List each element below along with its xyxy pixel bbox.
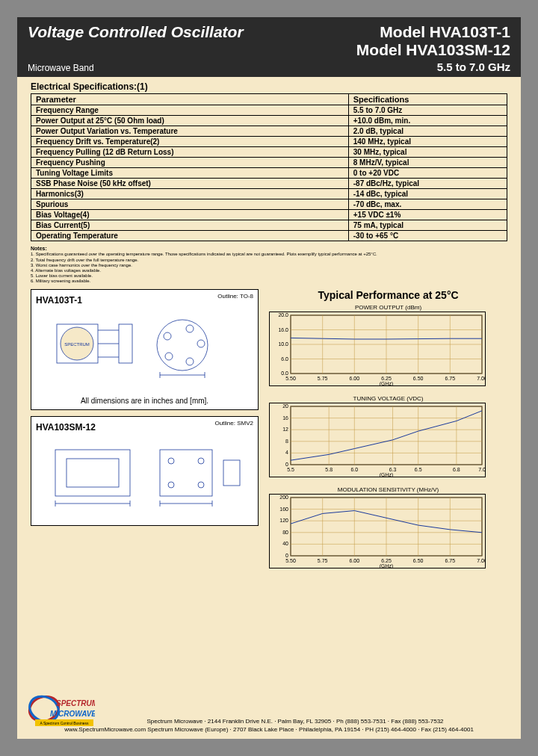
outline-drawing-1: SPECTRUM [40,308,250,394]
notes-title: Notes: [31,246,47,251]
param-cell: Bias Current(5) [31,220,349,231]
product-title: Voltage Controlled Oscillator [28,23,244,40]
spec-cell: 0 to +20 VDC [348,168,507,179]
param-cell: Operating Temperature [31,231,349,241]
svg-text:10.0: 10.0 [278,341,288,347]
svg-text:6.8: 6.8 [453,467,460,472]
outline-1-label: HVA103T-1 [36,295,82,306]
svg-point-9 [186,325,194,332]
param-cell: Power Output at 25°C (50 Ohm load) [31,116,349,126]
spec-cell: -87 dBc/Hz, typical [348,179,507,189]
table-row: Frequency Pulling (12 dB Return Loss)30 … [31,147,507,158]
note-item: 2. Total frequency drift over the full t… [31,258,507,263]
note-item: 6. Military screening available. [31,279,507,284]
svg-text:4: 4 [285,450,288,455]
datasheet-page: Voltage Controlled Oscillator Model HVA1… [17,17,521,739]
svg-text:(GHz): (GHz) [380,381,394,386]
svg-text:0.0: 0.0 [281,371,288,376]
param-cell: Frequency Drift vs. Temperature(2) [31,137,349,147]
svg-text:12: 12 [282,427,288,432]
svg-point-8 [164,332,171,340]
svg-text:6.5: 6.5 [415,467,422,472]
col-specifications: Specifications [348,94,507,105]
svg-text:16: 16 [282,415,288,420]
note-item: 3. Worst case harmonics over the frequen… [31,263,507,268]
svg-point-10 [197,340,205,347]
table-row: SSB Phase Noise (50 kHz offset)-87 dBc/H… [31,179,507,189]
svg-text:7.0: 7.0 [478,467,486,472]
param-cell: Frequency Range [31,105,349,116]
svg-text:5.50: 5.50 [285,376,296,381]
param-cell: Tuning Voltage Limits [31,168,349,179]
svg-text:40: 40 [282,541,288,546]
param-cell: Frequency Pulling (12 dB Return Loss) [31,147,349,158]
table-row: Power Output Variation vs. Temperature2.… [31,126,507,137]
svg-text:120: 120 [279,518,288,523]
svg-text:80: 80 [282,529,288,534]
svg-text:5.8: 5.8 [325,467,333,472]
svg-text:0: 0 [285,553,288,558]
param-cell: Harmonics(3) [31,189,349,199]
svg-text:6.00: 6.00 [350,558,360,563]
svg-text:160: 160 [279,506,288,511]
chart: 0481216205.55.86.06.36.56.87.0(GHz) [269,403,486,477]
svg-text:16.0: 16.0 [278,326,288,332]
svg-rect-29 [223,460,240,486]
svg-text:SPECTRUM: SPECTRUM [56,699,95,707]
svg-point-11 [186,358,194,365]
svg-text:0: 0 [285,462,288,467]
header-bar: Voltage Controlled Oscillator Model HVA1… [17,17,521,77]
svg-rect-17 [67,459,119,487]
svg-text:6.00: 6.00 [350,376,360,381]
section-electrical: Electrical Specifications:(1) [31,81,507,92]
svg-text:6.3: 6.3 [389,467,397,472]
svg-rect-21 [160,450,212,496]
chart: 0.06.010.016.020.05.505.756.006.256.506.… [269,312,486,386]
svg-text:20: 20 [282,403,288,409]
param-cell: SSB Phase Noise (50 kHz offset) [31,179,349,189]
footer-line-1: Spectrum Microwave · 2144 Franklin Drive… [17,718,521,725]
outline-2-type: Outline: SMV2 [214,420,253,427]
freq-range: 5.5 to 7.0 GHz [437,61,510,73]
table-row: Frequency Drift vs. Temperature(2)140 MH… [31,137,507,147]
svg-text:6.0: 6.0 [281,356,288,361]
spec-cell: 75 mA, typical [348,220,507,231]
svg-text:6.0: 6.0 [350,467,358,472]
svg-point-12 [165,353,173,360]
table-row: Tuning Voltage Limits0 to +20 VDC [31,168,507,179]
outline-box-1: HVA103T-1 Outline: TO-8 SPECTRUM [31,289,259,410]
notes-block: Notes: 1. Specifications guaranteed over… [31,246,507,285]
chart: 040801201602005.505.756.006.256.506.757.… [269,494,486,568]
svg-text:5.75: 5.75 [318,558,328,563]
svg-point-24 [168,482,174,488]
svg-text:6.50: 6.50 [413,558,424,563]
table-row: Power Output at 25°C (50 Ohm load)+10.0 … [31,116,507,126]
svg-point-22 [168,458,174,464]
svg-point-23 [198,458,204,464]
spec-cell: 5.5 to 7.0 GHz [348,105,507,116]
svg-text:7.00: 7.00 [477,376,486,381]
table-row: Bias Current(5)75 mA, typical [31,220,507,231]
footer-line-2: www.SpectrumMicrowave.com Spectrum Micro… [17,726,521,733]
spec-table: Parameter Specifications Frequency Range… [31,93,507,241]
spec-cell: 140 MHz, typical [348,137,507,147]
spec-cell: 2.0 dB, typical [348,126,507,137]
svg-text:5.5: 5.5 [287,467,294,472]
svg-point-7 [157,320,208,371]
svg-text:200: 200 [279,495,288,500]
performance-title: Typical Performance at 25°C [269,289,507,301]
param-cell: Power Output Variation vs. Temperature [31,126,349,137]
svg-text:20.0: 20.0 [278,312,288,317]
svg-text:8: 8 [285,438,288,443]
band-label: Microwave Band [28,63,94,73]
outline-1-type: Outline: TO-8 [217,293,253,300]
model-line-2: Model HVA103SM-12 [356,41,510,59]
outline-2-label: HVA103SM-12 [36,422,96,433]
table-row: Harmonics(3)-14 dBc, typical [31,189,507,199]
outline-drawing-2 [40,435,250,521]
spec-cell: 8 MHz/V, typical [348,158,507,168]
svg-text:5.75: 5.75 [318,376,328,381]
svg-text:6.25: 6.25 [381,558,392,563]
outline-box-2: HVA103SM-12 Outline: SMV2 [31,416,259,526]
svg-text:6.75: 6.75 [445,376,456,381]
